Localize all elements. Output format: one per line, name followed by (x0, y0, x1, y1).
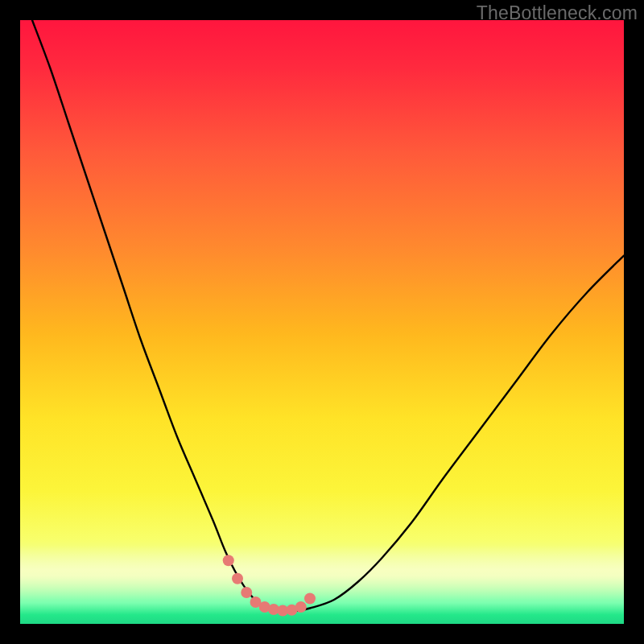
highlight-dot (223, 555, 234, 566)
highlight-dots (223, 555, 316, 616)
highlight-dot (232, 573, 243, 584)
highlight-dot (295, 601, 307, 613)
chart-svg (20, 20, 624, 624)
plot-area (20, 20, 624, 624)
highlight-dot (241, 587, 252, 598)
highlight-dot (304, 593, 316, 605)
bottleneck-curve (32, 20, 624, 611)
outer-frame: TheBottleneck.com (0, 0, 644, 644)
watermark-text: TheBottleneck.com (477, 2, 638, 24)
